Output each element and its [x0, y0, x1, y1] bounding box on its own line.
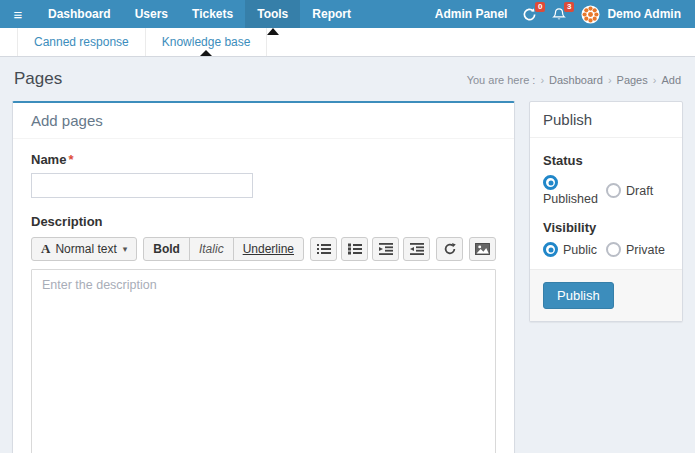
- main-nav: Dashboard Users Tickets Tools Report: [36, 0, 363, 28]
- add-pages-form: Name* Description A Normal text ▾ Bold I…: [13, 139, 514, 453]
- bold-button[interactable]: Bold: [143, 237, 190, 261]
- radio-draft[interactable]: [606, 183, 621, 198]
- publish-button[interactable]: Publish: [543, 282, 614, 309]
- notifications-button[interactable]: 3: [552, 7, 566, 22]
- underline-button[interactable]: Underline: [233, 237, 304, 261]
- admin-panel-link[interactable]: Admin Panel: [435, 7, 508, 21]
- visibility-public-option[interactable]: Public: [543, 242, 606, 257]
- add-pages-card-title: Add pages: [13, 103, 514, 139]
- required-asterisk: *: [68, 152, 73, 167]
- top-navbar: ≡ Dashboard Users Tickets Tools Report A…: [0, 0, 695, 28]
- tab-knowledge-base[interactable]: Knowledge base: [146, 28, 268, 56]
- editor-toolbar: A Normal text ▾ Bold Italic Underline: [31, 237, 496, 261]
- outdent-button[interactable]: [403, 237, 430, 261]
- chevron-right-icon: ›: [540, 74, 544, 86]
- indent-icon: [379, 243, 393, 255]
- notifications-badge: 3: [564, 2, 574, 12]
- redo-icon: [443, 242, 457, 256]
- active-nav-indicator-triangle: [267, 28, 279, 35]
- font-style-icon: A: [41, 241, 50, 257]
- content-area: Pages You are here : › Dashboard › Pages…: [0, 57, 695, 453]
- radio-draft-label: Draft: [626, 184, 653, 198]
- user-name: Demo Admin: [607, 7, 681, 21]
- breadcrumb-add[interactable]: Add: [661, 74, 681, 86]
- nav-item-report[interactable]: Report: [300, 0, 363, 28]
- breadcrumb: You are here : › Dashboard › Pages › Add: [467, 74, 681, 86]
- publish-options: Status Published Draft Visibility P: [530, 138, 682, 269]
- avatar: [581, 5, 600, 24]
- radio-private[interactable]: [606, 242, 621, 257]
- refresh-button[interactable]: 0: [522, 7, 537, 22]
- list-buttons-group: [310, 237, 430, 261]
- status-draft-option[interactable]: Draft: [606, 175, 653, 206]
- image-icon: [475, 243, 490, 255]
- radio-published[interactable]: [543, 175, 558, 190]
- tab-canned-response[interactable]: Canned response: [17, 28, 146, 56]
- insert-image-button[interactable]: [469, 237, 496, 261]
- ordered-list-button[interactable]: [341, 237, 368, 261]
- hamburger-icon: ≡: [14, 6, 23, 23]
- breadcrumb-prefix: You are here :: [467, 74, 536, 86]
- navbar-right: Admin Panel 0 3: [435, 0, 695, 28]
- nav-item-users[interactable]: Users: [123, 0, 180, 28]
- name-input[interactable]: [31, 173, 253, 198]
- nav-item-tools[interactable]: Tools: [245, 0, 300, 28]
- chevron-right-icon: ›: [653, 74, 657, 86]
- chevron-right-icon: ›: [608, 74, 612, 86]
- text-format-dropdown[interactable]: A Normal text ▾: [31, 237, 137, 261]
- nav-item-dashboard[interactable]: Dashboard: [36, 0, 123, 28]
- outdent-icon: [410, 243, 424, 255]
- radio-private-label: Private: [626, 243, 665, 257]
- status-published-option[interactable]: Published: [543, 175, 606, 206]
- description-textarea[interactable]: [31, 269, 496, 453]
- ordered-list-icon: [348, 243, 362, 255]
- unordered-list-button[interactable]: [310, 237, 337, 261]
- page-title: Pages: [14, 69, 62, 89]
- nav-item-tickets[interactable]: Tickets: [180, 0, 245, 28]
- redo-button[interactable]: [436, 237, 463, 261]
- name-label: Name*: [31, 152, 496, 167]
- description-label: Description: [31, 214, 496, 229]
- user-menu[interactable]: Demo Admin: [581, 5, 681, 24]
- italic-button[interactable]: Italic: [189, 237, 234, 261]
- active-tab-indicator-triangle: [200, 50, 212, 56]
- text-style-group: Bold Italic Underline: [143, 237, 304, 261]
- content-header: Pages You are here : › Dashboard › Pages…: [12, 65, 683, 101]
- visibility-label: Visibility: [543, 220, 669, 235]
- indent-button[interactable]: [372, 237, 399, 261]
- sidebar-toggle-button[interactable]: ≡: [0, 0, 36, 28]
- breadcrumb-pages[interactable]: Pages: [617, 74, 648, 86]
- caret-down-icon: ▾: [123, 244, 128, 254]
- publish-card: Publish Status Published Draft Visibilit…: [529, 101, 683, 322]
- unordered-list-icon: [317, 243, 331, 255]
- publish-card-footer: Publish: [530, 269, 682, 321]
- publish-card-title: Publish: [530, 102, 682, 138]
- visibility-private-option[interactable]: Private: [606, 242, 665, 257]
- radio-published-label: Published: [543, 192, 598, 206]
- status-label: Status: [543, 153, 669, 168]
- refresh-badge: 0: [535, 2, 545, 12]
- tools-tabstrip: Canned response Knowledge base: [0, 28, 695, 57]
- radio-public[interactable]: [543, 242, 558, 257]
- visibility-options: Public Private: [543, 242, 669, 257]
- status-options: Published Draft: [543, 175, 669, 206]
- radio-public-label: Public: [563, 243, 597, 257]
- add-pages-card: Add pages Name* Description A Normal tex…: [12, 101, 515, 453]
- breadcrumb-dashboard[interactable]: Dashboard: [549, 74, 603, 86]
